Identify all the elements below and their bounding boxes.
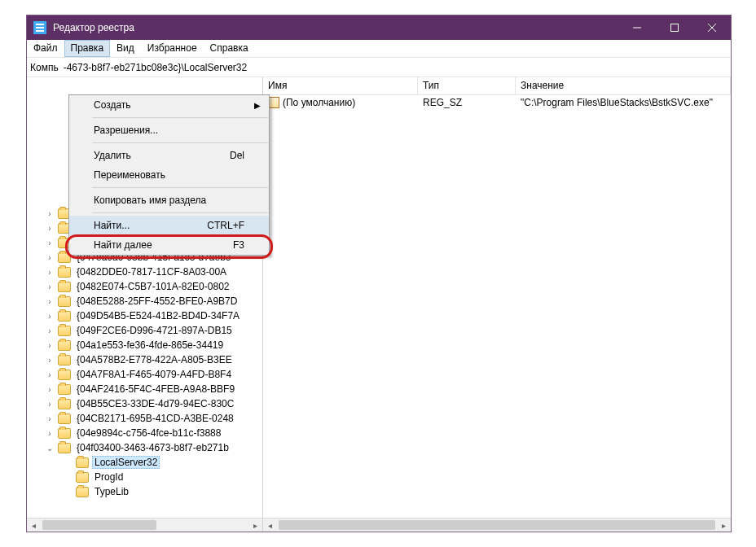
list-row[interactable]: (По умолчанию) REG_SZ "C:\Program Files\…	[263, 95, 731, 110]
menu-copy-key-name[interactable]: Копировать имя раздела	[69, 190, 269, 210]
tree-key-label: {049D54B5-E524-41B2-BD4D-34F7A	[74, 309, 242, 322]
expander-icon[interactable]: ›	[45, 224, 55, 233]
expander-icon[interactable]: ›	[45, 312, 55, 321]
svg-rect-0	[671, 24, 679, 32]
folder-icon	[58, 370, 71, 380]
menu-help[interactable]: Справка	[204, 40, 255, 57]
menu-permissions[interactable]: Разрешения...	[69, 120, 269, 140]
col-type[interactable]: Тип	[418, 77, 516, 94]
expander-icon[interactable]: ⌄	[45, 444, 55, 453]
tree-key[interactable]: ›{04e9894c-c756-4fce-b11c-f3888	[27, 426, 262, 440]
scroll-left-icon[interactable]: ◂	[263, 519, 277, 532]
expander-icon[interactable]: ›	[45, 385, 55, 394]
tree-subkey-label: TypeLib	[92, 485, 131, 498]
expander-icon[interactable]: ›	[45, 297, 55, 306]
value-name: (По умолчанию)	[283, 97, 355, 108]
tree-key[interactable]: ›{04AF2416-5F4C-4FEB-A9A8-BBF9	[27, 382, 262, 396]
menu-rename[interactable]: Переименовать	[69, 165, 269, 185]
tree-key[interactable]: ›{04A578B2-E778-422A-A805-B3EE	[27, 352, 262, 367]
list-pane[interactable]: Имя Тип Значение (По умолчанию) REG_SZ "…	[263, 77, 731, 532]
content-area: ›{04788120-12C2-498D-83C1-A7D9›{047A9A40…	[27, 77, 731, 532]
tree-subkey[interactable]: ProgId	[27, 470, 262, 484]
menu-bar: Файл Правка Вид Избранное Справка	[27, 40, 731, 58]
folder-icon	[58, 414, 71, 424]
folder-icon	[58, 311, 71, 322]
menu-view[interactable]: Вид	[110, 40, 141, 57]
folder-icon	[58, 384, 71, 395]
expander-icon[interactable]: ›	[45, 268, 55, 277]
tree-key[interactable]: ›{0482E074-C5B7-101A-82E0-0802	[27, 279, 262, 294]
tree-key[interactable]: ›{049D54B5-E524-41B2-BD4D-34F7A	[27, 309, 262, 323]
minimize-button[interactable]	[618, 15, 656, 40]
folder-icon	[58, 267, 71, 278]
tree-key-label: {04B55CE3-33DE-4d79-94EC-830C	[74, 397, 236, 410]
address-label: Компь	[30, 62, 64, 73]
scroll-thumb[interactable]	[42, 520, 156, 530]
address-bar[interactable]: Компь -4673-b8f7-eb271bc08e3c}\LocalServ…	[27, 58, 731, 77]
title-bar[interactable]: Редактор реестра	[27, 15, 731, 40]
expander-icon[interactable]: ›	[45, 282, 55, 291]
tree-subkey[interactable]: TypeLib	[27, 484, 262, 499]
tree-key[interactable]: ›{049F2CE6-D996-4721-897A-DB15	[27, 323, 262, 338]
menu-file[interactable]: Файл	[27, 40, 64, 57]
tree-key-label: {0482DDE0-7817-11CF-8A03-00A	[74, 265, 229, 278]
close-button[interactable]	[693, 15, 731, 40]
folder-icon	[58, 355, 71, 365]
tree-key-label: {04A578B2-E778-422A-A805-B3EE	[74, 353, 235, 366]
tree-key[interactable]: ›{04a1e553-fe36-4fde-865e-34419	[27, 338, 262, 352]
folder-icon	[76, 457, 89, 468]
tree-key[interactable]: ›{0482DDE0-7817-11CF-8A03-00A	[27, 265, 262, 279]
menu-delete[interactable]: Удалить Del	[69, 146, 269, 165]
expander-icon[interactable]: ›	[45, 400, 55, 409]
folder-icon	[58, 326, 71, 336]
tree-key-label: {04e9894c-c756-4fce-b11c-f3888	[74, 427, 223, 440]
folder-icon	[58, 443, 71, 453]
menu-create[interactable]: Создать ▶	[69, 95, 269, 115]
list-header: Имя Тип Значение	[263, 77, 731, 95]
scroll-right-icon[interactable]: ▸	[248, 519, 262, 532]
tree-key[interactable]: ⌄{04f03400-3463-4673-b8f7-eb271b	[27, 440, 262, 455]
tree-key[interactable]: ›{048E5288-25FF-4552-BFE0-A9B7D	[27, 294, 262, 309]
tree-scrollbar-horizontal[interactable]: ◂ ▸	[27, 518, 262, 532]
scroll-right-icon[interactable]: ▸	[717, 519, 731, 532]
expander-icon[interactable]: ›	[45, 356, 55, 365]
scroll-left-icon[interactable]: ◂	[27, 519, 41, 532]
tree-subkey-label: ProgId	[92, 470, 125, 484]
expander-icon[interactable]: ›	[45, 326, 55, 335]
folder-icon	[58, 399, 71, 409]
maximize-button[interactable]	[656, 15, 693, 40]
list-scrollbar-horizontal[interactable]: ◂ ▸	[263, 518, 731, 532]
window-title: Редактор реестра	[53, 22, 618, 33]
expander-icon[interactable]: ›	[45, 414, 55, 423]
expander-icon[interactable]: ›	[45, 370, 55, 379]
tree-subkey-label: LocalServer32	[92, 456, 160, 469]
value-data: "C:\Program Files\BlueStacks\BstkSVC.exe…	[516, 97, 731, 108]
expander-icon[interactable]: ›	[45, 238, 55, 247]
tree-key[interactable]: ›{04CB2171-695B-41CD-A3BE-0248	[27, 411, 262, 426]
menu-find-next[interactable]: Найти далее F3	[69, 235, 269, 255]
address-path: -4673-b8f7-eb271bc08e3c}\LocalServer32	[64, 62, 248, 73]
registry-editor-window: Редактор реестра Файл Правка Вид Избранн…	[26, 15, 732, 532]
tree-key-label: {04a1e553-fe36-4fde-865e-34419	[74, 339, 226, 352]
col-name[interactable]: Имя	[263, 77, 418, 94]
folder-icon	[58, 296, 71, 307]
tree-subkey[interactable]: LocalServer32	[27, 455, 262, 470]
tree-key[interactable]: ›{04A7F8A1-F465-4079-A4FD-B8F4	[27, 367, 262, 382]
expander-icon[interactable]: ›	[45, 209, 55, 218]
tree-key-label: {04CB2171-695B-41CD-A3BE-0248	[74, 412, 236, 425]
edit-menu-dropdown: Создать ▶ Разрешения... Удалить Del Пере…	[68, 94, 270, 256]
tree-key-label: {04f03400-3463-4673-b8f7-eb271b	[74, 441, 231, 454]
col-value[interactable]: Значение	[516, 77, 731, 94]
folder-icon	[58, 340, 71, 351]
app-icon	[33, 21, 46, 34]
folder-icon	[58, 282, 71, 292]
expander-icon[interactable]: ›	[45, 429, 55, 438]
tree-key[interactable]: ›{04B55CE3-33DE-4d79-94EC-830C	[27, 396, 262, 411]
scroll-thumb[interactable]	[279, 520, 715, 530]
folder-icon	[76, 472, 89, 483]
expander-icon[interactable]: ›	[45, 341, 55, 350]
expander-icon[interactable]: ›	[45, 253, 55, 262]
menu-favorites[interactable]: Избранное	[141, 40, 204, 57]
menu-find[interactable]: Найти... CTRL+F	[69, 216, 269, 235]
menu-edit[interactable]: Правка	[64, 40, 111, 57]
